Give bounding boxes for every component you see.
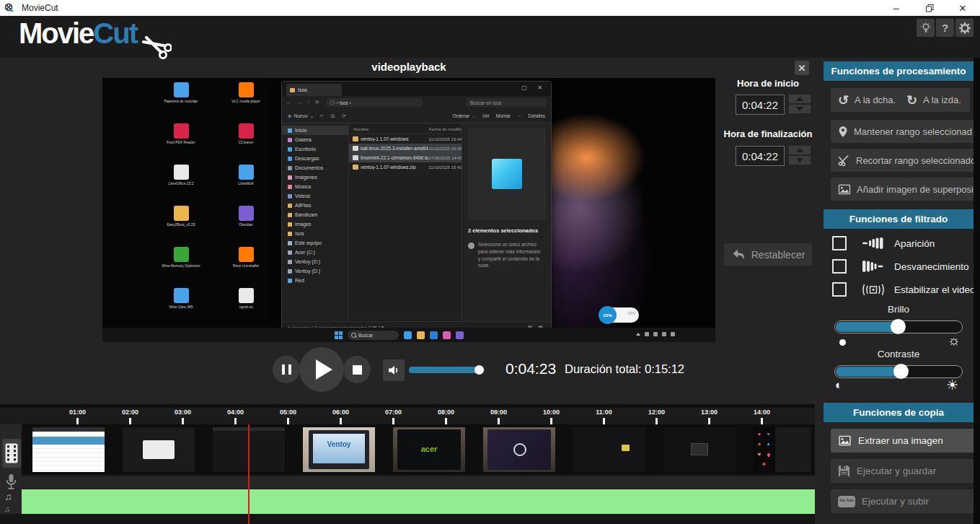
trim-range-button[interactable]: Recortar rango seleccionado: [831, 149, 980, 172]
contrast-slider-thumb[interactable]: [893, 364, 909, 379]
start-time-down-button[interactable]: [789, 105, 811, 113]
video-thumbnail[interactable]: [754, 427, 811, 472]
wallpaper-glow: [550, 78, 715, 328]
start-time-field[interactable]: 0:04:22: [736, 95, 785, 115]
contrast-slider[interactable]: [834, 365, 963, 378]
brightness-slider-thumb[interactable]: [891, 319, 906, 334]
add-overlay-image-button[interactable]: Añadir imagen de superposi: [831, 178, 980, 201]
volume-slider-thumb[interactable]: [474, 365, 484, 375]
sidebar-item-icon: [288, 279, 292, 283]
video-thumbnail[interactable]: [573, 427, 645, 472]
rotate-left-button[interactable]: ↻A la izda.: [899, 88, 970, 112]
explorer-sidebar-item: Videos: [282, 191, 348, 201]
sidebar-item-icon: [288, 204, 292, 208]
start-time-label: Hora de inicio: [718, 78, 818, 89]
help-button[interactable]: ?: [936, 19, 954, 37]
desktop-icon-glyph: [239, 247, 254, 262]
desktop-icon-glyph: [174, 288, 189, 303]
timeline-ruler[interactable]: 01:0002:0003:0004:0005:0006:0007:0008:00…: [0, 409, 788, 424]
desktop-icon-glyph: [174, 123, 189, 139]
video-thumbnail[interactable]: [483, 427, 555, 472]
preview-close-button[interactable]: ✕: [795, 61, 809, 75]
end-time-down-button[interactable]: [789, 156, 811, 165]
time-tick: 02:00: [104, 409, 156, 424]
video-preview-frame[interactable]: Papelera de reciclaje VLC media player O…: [102, 78, 715, 342]
sidebar-item-icon: [288, 222, 292, 227]
speaker-icon: [388, 365, 399, 375]
video-track-button[interactable]: [2, 439, 21, 468]
mic-track-lane[interactable]: [22, 476, 815, 489]
video-thumbnail[interactable]: [663, 427, 736, 472]
execute-save-button[interactable]: Ejecutar y guardar: [831, 459, 979, 483]
playhead[interactable]: [248, 424, 250, 524]
stabilize-checkbox[interactable]: [832, 282, 847, 297]
start-time-up-button[interactable]: [789, 95, 811, 103]
preview-image-box: [468, 128, 546, 220]
sidebar-item-icon: [288, 147, 292, 152]
execute-upload-button[interactable]: You Tube Ejecutar y subir: [831, 489, 979, 513]
video-thumbnail[interactable]: acer: [393, 427, 465, 472]
blue-cube-icon: [492, 159, 522, 189]
sidebar-item-icon: [288, 175, 292, 180]
explorer-preview-pane: 2 elementos seleccionados Seleccione un …: [462, 123, 552, 321]
undo-arrow-icon: [731, 248, 746, 261]
settings-button[interactable]: [955, 19, 974, 37]
music-track2-button[interactable]: ♫: [4, 505, 10, 513]
right-scroll-strip[interactable]: [974, 58, 980, 524]
mute-button[interactable]: [383, 359, 405, 381]
close-button[interactable]: ✕: [947, 0, 979, 16]
search-icon: [351, 333, 356, 338]
explorer-sidebar-item: Ventoy (D:): [282, 266, 348, 276]
explorer-sidebar-item: Isos: [282, 229, 348, 238]
fade-out-row: Desvanecimiento: [832, 258, 972, 274]
sidebar-item-icon: [288, 232, 292, 236]
desktop-icon-label: LibreOffice 25.2: [168, 181, 193, 185]
video-thumbnail[interactable]: Ventoy: [303, 427, 375, 472]
music-track-button[interactable]: ♫: [4, 491, 12, 502]
pause-button[interactable]: [273, 356, 300, 383]
time-tick: 08:00: [420, 409, 472, 424]
contrast-label: Contraste: [824, 349, 974, 359]
explorer-sidebar-item: Ventoy (D:): [282, 257, 348, 266]
scissors-small-icon: [838, 155, 850, 166]
end-time-up-button[interactable]: [789, 146, 811, 154]
play-button[interactable]: [299, 347, 344, 392]
desktop-icon-glyph: [239, 288, 254, 303]
desktop-icon-glyph: [174, 247, 189, 262]
battery-widget: 23% CPU: [600, 307, 639, 323]
minimize-button[interactable]: –: [880, 0, 912, 16]
end-time-field[interactable]: 0:04:22: [736, 146, 785, 166]
moviecut-app: MovieCut – ✕ MovieCut ? videoplayback ✕: [0, 0, 980, 524]
desktop-icon: Papelera de reciclaje: [149, 79, 213, 121]
volume-slider[interactable]: [409, 367, 485, 373]
desktop-icon-label: Easy2Boot_v2.29: [167, 222, 195, 227]
mic-track-button[interactable]: [5, 473, 17, 490]
desktop-icon-label: CCleaner: [238, 140, 253, 144]
desktop-icon: Revo Uninstaller: [213, 244, 278, 285]
fade-out-checkbox[interactable]: [832, 259, 847, 274]
stop-button[interactable]: [343, 356, 371, 383]
explorer-sidebar-item: Este equipo: [282, 238, 348, 248]
video-thumbnail[interactable]: [123, 427, 195, 472]
tips-button[interactable]: [917, 19, 935, 37]
save-icon: [838, 465, 850, 477]
sidebar-item-icon: [288, 241, 292, 245]
time-tick: 12:00: [630, 409, 683, 424]
audio-track-waveform[interactable]: [22, 489, 815, 514]
taskbar-app-icon: [404, 331, 412, 339]
timeline[interactable]: 01:0002:0003:0004:0005:0006:0007:0008:00…: [0, 404, 815, 524]
time-tick: 06:00: [314, 409, 367, 424]
video-thumbnail[interactable]: [32, 427, 105, 472]
restore-button[interactable]: [914, 0, 945, 16]
rotate-right-button[interactable]: ↺A la dcha.: [831, 88, 901, 112]
desktop-icon: ngrok.txt: [213, 285, 278, 326]
fade-in-checkbox[interactable]: [832, 236, 847, 250]
file-icon: [353, 136, 358, 141]
desktop-icon: Easy2Boot_v2.29: [149, 203, 213, 244]
keep-range-button[interactable]: Mantener rango seleccionad: [831, 120, 980, 143]
reset-button[interactable]: Restablecer: [724, 243, 812, 266]
brightness-slider[interactable]: [834, 320, 963, 333]
sidebar-item-icon: [288, 213, 292, 217]
extract-image-button[interactable]: Extraer una imagen: [831, 429, 979, 453]
scissors-icon: [141, 33, 172, 61]
